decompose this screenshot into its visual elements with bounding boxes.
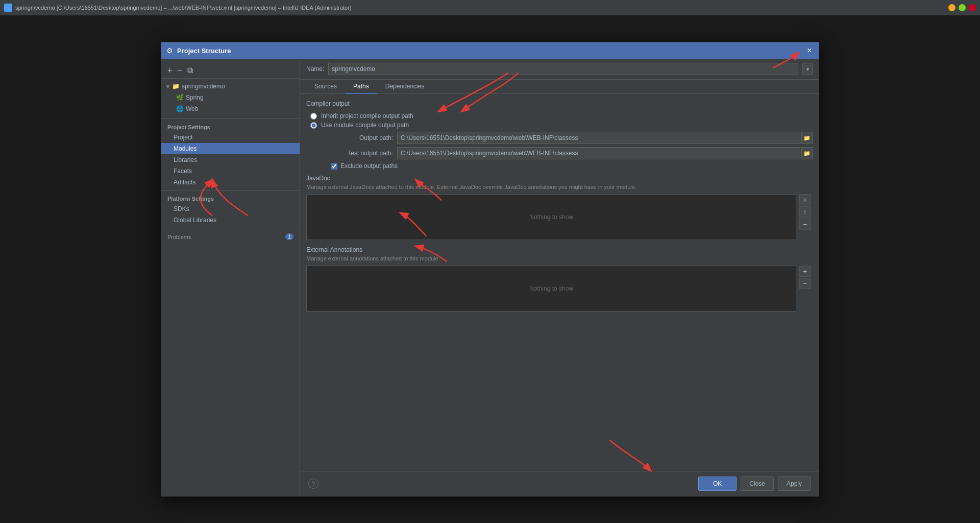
- copy-item-button[interactable]: ⧉: [185, 65, 195, 76]
- nav-artifacts[interactable]: Artifacts: [161, 177, 300, 188]
- problems-badge: 1: [285, 233, 293, 240]
- dialog-overlay: ⚙ Project Structure × + − ⧉: [0, 15, 980, 523]
- javadoc-controls: + ↑ −: [799, 194, 811, 230]
- web-icon: 🌐: [176, 105, 184, 113]
- test-output-path-input[interactable]: [397, 147, 800, 159]
- divider2: [161, 190, 300, 191]
- annotations-add-button[interactable]: +: [799, 266, 811, 277]
- tab-dependencies[interactable]: Dependencies: [377, 80, 433, 94]
- external-annotations-desc: Manage external annotations attached to …: [306, 255, 813, 262]
- window-controls: [948, 4, 976, 11]
- name-input[interactable]: [328, 63, 798, 75]
- annotations-empty-text: Nothing to show: [529, 285, 573, 292]
- use-module-radio-row: Use module compile output path: [306, 122, 813, 129]
- problems-label: Problems: [167, 234, 191, 240]
- test-output-path-label: Test output path:: [327, 150, 393, 157]
- nav-sdks[interactable]: SDKs: [161, 203, 300, 215]
- test-output-path-browse[interactable]: 📁: [801, 147, 813, 159]
- platform-settings-header: Platform Settings: [161, 193, 300, 203]
- annotations-list-container: Nothing to show + −: [306, 266, 796, 312]
- tab-sources[interactable]: Sources: [306, 80, 345, 94]
- dialog-close-button[interactable]: ×: [805, 46, 814, 55]
- nav-project[interactable]: Project: [161, 132, 300, 143]
- dialog-titlebar-left: ⚙ Project Structure: [166, 46, 231, 55]
- javadoc-section: JavaDoc Manage external JavaDocs attache…: [306, 175, 813, 240]
- external-annotations-section: External Annotations Manage external ann…: [306, 246, 813, 312]
- dialog-title-text: Project Structure: [177, 47, 231, 55]
- divider3: [161, 228, 300, 228]
- javadoc-scroll-down-button[interactable]: −: [799, 219, 811, 230]
- inherit-radio-row: Inherit project compile output path: [306, 112, 813, 120]
- exclude-checkbox[interactable]: [331, 163, 337, 170]
- close-dialog-button[interactable]: Close: [741, 477, 774, 491]
- close-button[interactable]: [969, 4, 976, 11]
- project-structure-dialog: ⚙ Project Structure × + − ⧉: [161, 42, 819, 496]
- problems-row[interactable]: Problems 1: [161, 230, 300, 243]
- exclude-checkbox-row: Exclude output paths: [306, 162, 813, 170]
- tree-item-spring[interactable]: 🌿 Spring: [161, 92, 300, 103]
- annotations-scroll-down-button[interactable]: −: [799, 278, 811, 289]
- apply-button[interactable]: Apply: [778, 477, 811, 491]
- javadoc-title: JavaDoc: [306, 175, 813, 182]
- dialog-left-panel: + − ⧉ ▼ 📁 springmvcdemo 🌿 Sprin: [161, 59, 300, 496]
- use-module-radio-label: Use module compile output path: [321, 122, 409, 129]
- output-path-row: Output path: 📁: [306, 132, 813, 144]
- tree-item-web[interactable]: 🌐 Web: [161, 103, 300, 114]
- platform-settings-section: Platform Settings SDKs Global Libraries: [161, 193, 300, 226]
- dialog-right-panel: Name: ▾ Sources Paths Dependencies: [300, 59, 819, 496]
- javadoc-empty-text: Nothing to show: [529, 213, 573, 221]
- exclude-checkbox-label: Exclude output paths: [340, 162, 398, 170]
- content-area: Compiler output Inherit project compile …: [300, 94, 819, 471]
- javadoc-desc: Manage external JavaDocs attached to thi…: [306, 184, 813, 190]
- name-dropdown-button[interactable]: ▾: [802, 63, 813, 75]
- use-module-radio[interactable]: [310, 122, 317, 129]
- remove-item-button[interactable]: −: [175, 65, 184, 76]
- tree-root-label: springmvcdemo: [182, 83, 225, 90]
- tree-spring-label: Spring: [186, 94, 204, 101]
- minimize-button[interactable]: [948, 4, 955, 11]
- app-title: springmvcdemo [C:\Users\16551\Desktop\sp…: [15, 5, 948, 11]
- inherit-radio[interactable]: [310, 113, 317, 120]
- help-button[interactable]: ?: [308, 479, 318, 489]
- module-tree: ▼ 📁 springmvcdemo 🌿 Spring 🌐 Web: [161, 79, 300, 116]
- output-path-browse[interactable]: 📁: [801, 132, 813, 144]
- tabs-bar: Sources Paths Dependencies: [300, 80, 819, 94]
- test-output-path-row: Test output path: 📁: [306, 147, 813, 159]
- nav-facets[interactable]: Facets: [161, 165, 300, 177]
- maximize-button[interactable]: [959, 4, 966, 11]
- dialog-body: + − ⧉ ▼ 📁 springmvcdemo 🌿 Sprin: [161, 59, 819, 496]
- title-bar: springmvcdemo [C:\Users\16551\Desktop\sp…: [0, 0, 980, 15]
- dialog-titlebar: ⚙ Project Structure ×: [161, 42, 819, 59]
- dialog-title-icon: ⚙: [166, 46, 173, 55]
- compiler-output-section: Compiler output Inherit project compile …: [306, 100, 813, 170]
- nav-modules[interactable]: Modules: [161, 143, 300, 154]
- name-label: Name:: [306, 65, 324, 73]
- tree-web-label: Web: [186, 105, 198, 112]
- radio-group: Inherit project compile output path Use …: [306, 112, 813, 129]
- nav-global-libraries[interactable]: Global Libraries: [161, 215, 300, 226]
- nav-libraries[interactable]: Libraries: [161, 154, 300, 165]
- project-settings-section: Project Settings Project Modules Librari…: [161, 121, 300, 188]
- name-row: Name: ▾: [300, 59, 819, 80]
- compiler-output-title: Compiler output: [306, 100, 813, 107]
- ok-button[interactable]: OK: [698, 477, 737, 491]
- app-window: springmvcdemo [C:\Users\16551\Desktop\sp…: [0, 0, 980, 15]
- javadoc-scroll-up-button[interactable]: ↑: [799, 206, 811, 218]
- dialog-footer: ? OK Close Apply: [300, 471, 819, 496]
- tree-item-root[interactable]: ▼ 📁 springmvcdemo: [161, 81, 300, 92]
- inherit-radio-label: Inherit project compile output path: [321, 112, 413, 120]
- javadoc-list: Nothing to show: [306, 194, 796, 240]
- footer-left: ?: [308, 479, 694, 489]
- output-path-input[interactable]: [397, 132, 800, 144]
- external-annotations-title: External Annotations: [306, 246, 813, 253]
- output-path-label: Output path:: [327, 134, 393, 141]
- project-settings-header: Project Settings: [161, 121, 300, 132]
- add-item-button[interactable]: +: [165, 65, 174, 76]
- left-toolbar: + − ⧉: [161, 63, 300, 79]
- external-annotations-list: Nothing to show: [306, 266, 796, 312]
- tab-paths[interactable]: Paths: [345, 80, 377, 94]
- spring-icon: 🌿: [176, 93, 184, 102]
- javadoc-add-button[interactable]: +: [799, 194, 811, 205]
- javadoc-list-container: Nothing to show + ↑ −: [306, 194, 796, 240]
- arrow-icon: ▼: [165, 84, 172, 89]
